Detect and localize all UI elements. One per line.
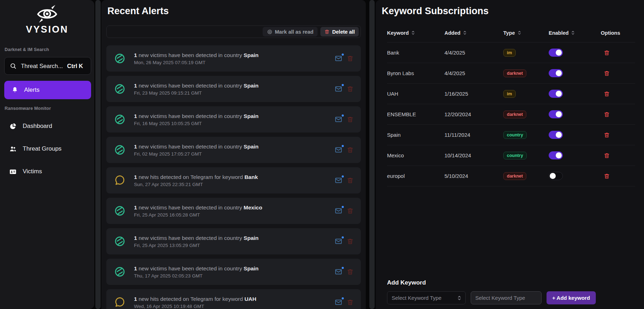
alert-item: 1 new hits detected on Telegram for keyw… <box>106 167 361 193</box>
subscription-row: ENSEMBLE 12/20/2024 darknet <box>387 104 635 125</box>
type-badge: im <box>503 49 516 57</box>
alert-actions <box>335 207 354 215</box>
delete-subscription-icon[interactable] <box>604 152 610 159</box>
keyword-type-select[interactable]: Select Keyword Type <box>387 291 466 304</box>
type-badge: country <box>503 152 527 159</box>
delete-all-button[interactable]: Delete all <box>320 27 359 36</box>
recent-alerts-title: Recent Alerts <box>107 6 169 17</box>
delete-alert-icon[interactable] <box>347 268 354 275</box>
add-keyword-controls: Select Keyword Type + Add keyword <box>387 291 596 304</box>
sort-icon <box>518 30 521 35</box>
mark-read-icon[interactable] <box>335 85 342 93</box>
alert-actions <box>335 176 354 184</box>
alert-item: 1 new victims have been detected in coun… <box>106 259 361 285</box>
mark-read-icon[interactable] <box>335 207 342 215</box>
alert-title: 1 new victims have been detected in coun… <box>134 52 259 58</box>
enabled-toggle[interactable] <box>549 172 563 180</box>
add-keyword-button[interactable]: + Add keyword <box>547 291 596 304</box>
column-header-keyword[interactable]: Keyword <box>387 30 444 36</box>
scrollbar-sidebar[interactable] <box>95 0 101 309</box>
type-badge: darknet <box>503 111 526 118</box>
delete-alert-icon[interactable] <box>347 238 354 245</box>
alert-actions <box>335 146 354 154</box>
mark-read-icon[interactable] <box>335 176 342 184</box>
sidebar-item-alerts[interactable]: Alerts <box>4 81 91 99</box>
id-card-icon <box>9 168 17 175</box>
scrollbar-alerts[interactable] <box>369 0 375 309</box>
delete-alert-icon[interactable] <box>347 116 354 123</box>
toggle-knob <box>556 91 562 97</box>
alert-text: 1 new victims have been detected in coun… <box>134 265 259 279</box>
delete-alert-icon[interactable] <box>347 177 354 184</box>
alert-item: 1 new victims have been detected in coun… <box>106 45 361 72</box>
bell-icon <box>11 86 18 94</box>
alert-timestamp: Sun, 27 Apr 2025 22:35:21 GMT <box>134 182 258 187</box>
alert-actions <box>335 268 354 276</box>
alert-item: 1 new victims have been detected in coun… <box>106 76 361 102</box>
subscription-row: Spain 11/11/2024 country <box>387 125 635 145</box>
keyword-input[interactable] <box>471 291 542 304</box>
delete-alert-icon[interactable] <box>347 299 354 306</box>
delete-subscription-icon[interactable] <box>604 50 610 56</box>
enabled-toggle[interactable] <box>549 49 563 57</box>
brand-logo: VYSION <box>0 4 94 35</box>
mark-read-icon[interactable] <box>335 146 342 154</box>
sidebar-item-dashboard[interactable]: Dashboard <box>4 119 91 133</box>
delete-alert-icon[interactable] <box>347 55 354 62</box>
toggle-knob <box>556 152 562 158</box>
alert-actions <box>335 298 354 306</box>
added-cell: 11/11/2024 <box>444 132 503 138</box>
sidebar-nav: Dashboard Threat Groups Victims <box>4 119 91 187</box>
delete-subscription-icon[interactable] <box>604 173 610 179</box>
alert-timestamp: Mon, 26 May 2025 07:05:19 GMT <box>134 60 259 65</box>
sidebar-item-threat-groups[interactable]: Threat Groups <box>4 142 91 156</box>
unread-dot <box>342 54 344 56</box>
enabled-toggle[interactable] <box>549 110 563 118</box>
mark-read-icon[interactable] <box>335 116 342 123</box>
globe-icon <box>114 53 125 64</box>
mark-read-icon[interactable] <box>335 268 342 276</box>
delete-subscription-icon[interactable] <box>604 111 610 118</box>
enabled-toggle[interactable] <box>549 131 563 139</box>
delete-alert-icon[interactable] <box>347 85 354 92</box>
alert-title: 1 new victims have been detected in coun… <box>134 144 259 150</box>
keyword-cell: UAH <box>387 91 444 97</box>
keyword-subscriptions-title: Keyword Subscriptions <box>382 6 489 17</box>
search-placeholder: Threat Search... <box>21 63 63 69</box>
section-label-darknet-im-search: Darknet & IM Search <box>5 47 49 52</box>
sidebar-item-victims[interactable]: Victims <box>4 164 91 179</box>
mark-read-icon[interactable] <box>335 237 342 245</box>
alert-title: 1 new victims have been detected in coun… <box>134 265 259 272</box>
added-cell: 12/20/2024 <box>444 111 503 117</box>
delete-subscription-icon[interactable] <box>604 91 610 97</box>
enabled-toggle[interactable] <box>549 69 563 77</box>
alert-timestamp: Fri, 02 May 2025 17:05:27 GMT <box>134 151 259 157</box>
keyword-cell: europol <box>387 173 444 179</box>
column-header-type[interactable]: Type <box>503 30 549 36</box>
mark-read-icon[interactable] <box>335 55 342 62</box>
column-header-enabled[interactable]: Enabled <box>549 30 601 36</box>
alert-actions <box>335 116 354 123</box>
delete-subscription-icon[interactable] <box>604 70 610 77</box>
delete-alert-icon[interactable] <box>347 207 354 214</box>
sidebar-item-label: Threat Groups <box>23 145 62 152</box>
type-badge: country <box>503 131 527 139</box>
alert-title: 1 new victims have been detected in coun… <box>134 204 262 211</box>
mark-read-icon[interactable] <box>335 298 342 306</box>
unread-dot <box>342 267 344 269</box>
threat-search-input[interactable]: Threat Search... Ctrl K <box>4 57 91 75</box>
unread-dot <box>342 84 344 86</box>
enabled-toggle[interactable] <box>549 151 563 159</box>
globe-icon <box>114 266 125 277</box>
mark-all-as-read-button[interactable]: Mark all as read <box>263 27 318 36</box>
delete-subscription-icon[interactable] <box>604 132 610 138</box>
type-badge: im <box>503 90 516 98</box>
search-shortcut: Ctrl K <box>67 63 83 69</box>
toggle-knob <box>556 132 562 138</box>
enabled-toggle[interactable] <box>549 90 563 98</box>
delete-alert-icon[interactable] <box>347 146 354 153</box>
delete-all-label: Delete all <box>332 29 355 35</box>
toggle-knob <box>556 111 562 117</box>
column-header-added[interactable]: Added <box>444 30 503 36</box>
subscriptions-table: Keyword Added Type Enabled Options Bank … <box>387 23 635 186</box>
